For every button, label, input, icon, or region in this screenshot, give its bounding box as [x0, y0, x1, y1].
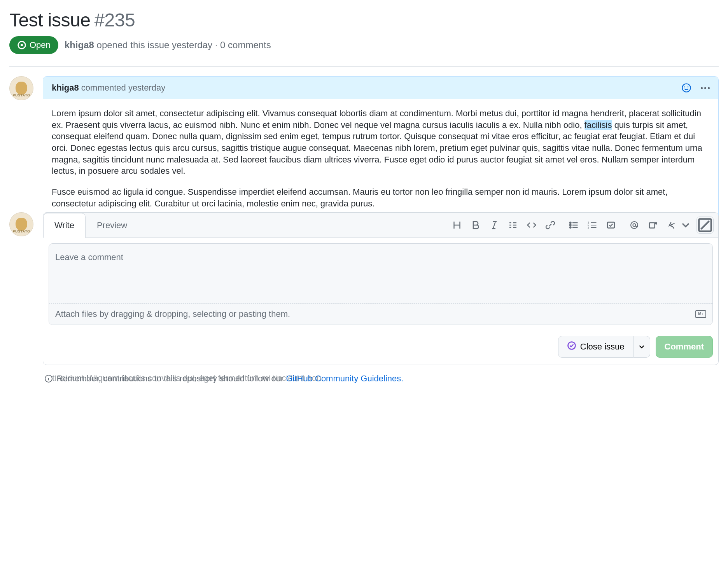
comment-textarea[interactable]: [49, 244, 712, 302]
markdown-icon[interactable]: M↓: [695, 310, 706, 318]
issue-title-text: Test issue: [9, 9, 90, 31]
tab-preview[interactable]: Preview: [86, 213, 138, 238]
issue-open-icon: [17, 40, 26, 50]
guidelines-footer: tincidunt. Aliquam iaculis convallis dui…: [9, 374, 719, 384]
md-toolbar: 123: [445, 217, 714, 234]
close-issue-dropdown[interactable]: [634, 336, 650, 358]
comment-author[interactable]: khiga8: [52, 83, 79, 93]
svg-point-2: [682, 84, 690, 92]
highlighted-text: facilisis: [584, 120, 612, 130]
svg-point-1: [21, 44, 23, 46]
timeline: PUSTATO khiga8 commented yesterday Lorem…: [9, 76, 719, 365]
divider: [9, 66, 719, 67]
link-icon[interactable]: [542, 217, 559, 234]
comment-count: 0 comments: [220, 40, 271, 50]
svg-point-3: [684, 86, 686, 87]
unordered-list-icon[interactable]: [565, 217, 582, 234]
svg-point-4: [688, 86, 689, 87]
svg-text:3: 3: [588, 226, 589, 229]
comment-menu-button[interactable]: [701, 87, 710, 89]
issue-number: #235: [94, 9, 135, 31]
svg-point-7: [570, 227, 571, 228]
svg-point-5: [570, 222, 571, 224]
comment-body: Lorem ipsum dolor sit amet, consectetur …: [43, 99, 718, 227]
heading-icon[interactable]: [448, 217, 466, 234]
issue-header: Test issue #235 Open khiga8 opened this …: [9, 9, 719, 60]
italic-icon[interactable]: [486, 217, 503, 234]
tasklist-icon[interactable]: [602, 217, 620, 234]
comment-time: commented yesterday: [81, 83, 165, 93]
issue-meta: khiga8 opened this issue yesterday · 0 c…: [65, 40, 271, 51]
svg-point-6: [570, 224, 571, 226]
ordered-list-icon[interactable]: 123: [584, 217, 601, 234]
attach-hint[interactable]: Attach files by dragging & dropping, sel…: [49, 304, 712, 325]
comment-button[interactable]: Comment: [656, 336, 713, 358]
add-reaction-button[interactable]: [681, 83, 691, 93]
textarea-wrap: Attach files by dragging & dropping, sel…: [49, 243, 713, 325]
issue-author[interactable]: khiga8: [65, 40, 94, 50]
code-icon[interactable]: [523, 217, 540, 234]
svg-rect-14: [649, 223, 655, 228]
comment-header: khiga8 commented yesterday: [43, 77, 718, 99]
compose-actions: Close issue Comment: [43, 330, 718, 365]
issue-closed-icon: [567, 341, 576, 353]
guidelines-link[interactable]: GitHub Community Guidelines.: [286, 374, 403, 383]
svg-point-13: [633, 224, 635, 226]
state-label: Open: [30, 40, 51, 50]
info-icon: [44, 374, 53, 383]
reply-icon[interactable]: [663, 217, 680, 234]
mention-icon[interactable]: [626, 217, 643, 234]
close-issue-button[interactable]: Close issue: [558, 336, 634, 358]
quote-icon[interactable]: [504, 217, 522, 234]
compose-tabs: Write Preview 123: [43, 213, 718, 238]
avatar[interactable]: PUSTATO: [9, 76, 33, 100]
chevron-down-icon[interactable]: [682, 217, 690, 234]
compose-box: Write Preview 123: [43, 212, 719, 365]
issue-subheader: Open khiga8 opened this issue yesterday …: [9, 36, 719, 54]
collapse-icon[interactable]: [696, 217, 714, 234]
avatar[interactable]: PUSTATO: [9, 212, 33, 236]
cross-reference-icon[interactable]: [644, 217, 662, 234]
bold-icon[interactable]: [467, 217, 484, 234]
issue-state-badge: Open: [9, 36, 58, 54]
tab-write[interactable]: Write: [43, 213, 86, 238]
svg-point-12: [631, 222, 638, 229]
comment-box: khiga8 commented yesterday Lorem ipsum d…: [43, 76, 719, 228]
issue-title: Test issue #235: [9, 9, 719, 31]
